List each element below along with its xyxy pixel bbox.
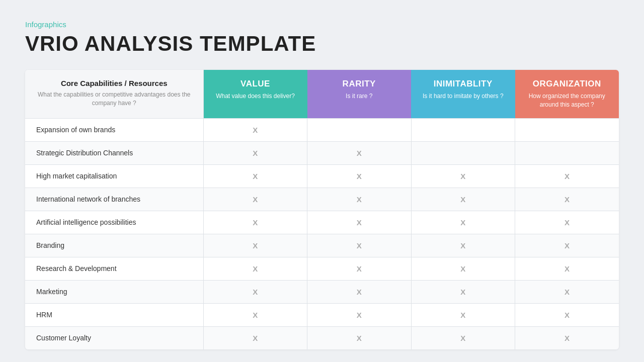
col-header-value: VALUE What value does this deliver? <box>203 70 307 118</box>
col-header-capabilities: Core Capabilities / Resources What the c… <box>25 70 203 118</box>
row-inimitability: X <box>411 326 515 349</box>
table-row: Research & DevelopmentXXXX <box>25 257 619 280</box>
inimitability-title: INIMITABLITY <box>417 79 509 89</box>
row-organization: X <box>515 326 619 349</box>
row-value: X <box>203 234 307 257</box>
col-header-rarity: RARITY Is it rare ? <box>307 70 412 118</box>
row-value: X <box>203 141 307 164</box>
row-organization: X <box>515 280 619 303</box>
row-organization <box>515 118 619 141</box>
row-rarity: X <box>307 234 412 257</box>
organization-subtitle: How organized the company around this as… <box>521 92 613 109</box>
row-label: HRM <box>25 303 203 326</box>
row-inimitability <box>411 141 515 164</box>
organization-title: ORGANIZATION <box>521 79 613 89</box>
row-value: X <box>203 164 307 188</box>
vrio-table: Core Capabilities / Resources What the c… <box>25 70 619 349</box>
table-row: Expansion of own brandsX <box>25 118 619 141</box>
row-label: Research & Development <box>25 257 203 280</box>
capabilities-title: Core Capabilities / Resources <box>35 79 193 87</box>
row-value: X <box>203 188 307 211</box>
table-row: Customer LoyaltyXXXX <box>25 326 619 349</box>
row-organization: X <box>515 211 619 234</box>
row-label: International network of branches <box>25 188 203 211</box>
row-rarity: X <box>307 326 412 349</box>
value-title: VALUE <box>210 79 301 89</box>
value-subtitle: What value does this deliver? <box>210 92 301 101</box>
table-row: HRMXXXX <box>25 303 619 326</box>
table-row: MarketingXXXX <box>25 280 619 303</box>
col-header-organization: ORGANIZATION How organized the company a… <box>515 70 619 118</box>
row-organization <box>515 141 619 164</box>
row-rarity: X <box>307 141 412 164</box>
row-label: Artificial intelligence possibilities <box>25 211 203 234</box>
row-value: X <box>203 326 307 349</box>
row-organization: X <box>515 257 619 280</box>
row-organization: X <box>515 303 619 326</box>
row-rarity: X <box>307 164 412 188</box>
row-organization: X <box>515 164 619 188</box>
row-inimitability: X <box>411 303 515 326</box>
row-value: X <box>203 303 307 326</box>
row-value: X <box>203 211 307 234</box>
row-inimitability: X <box>411 234 515 257</box>
rarity-subtitle: Is it rare ? <box>313 92 406 101</box>
row-label: High market capitalisation <box>25 164 203 188</box>
infographics-label: Infographics <box>25 20 619 29</box>
row-rarity: X <box>307 303 412 326</box>
row-label: Branding <box>25 234 203 257</box>
row-rarity: X <box>307 188 412 211</box>
row-value: X <box>203 280 307 303</box>
row-organization: X <box>515 234 619 257</box>
row-rarity <box>307 118 412 141</box>
table-row: BrandingXXXX <box>25 234 619 257</box>
row-rarity: X <box>307 280 412 303</box>
row-inimitability: X <box>411 164 515 188</box>
row-label: Expansion of own brands <box>25 118 203 141</box>
row-value: X <box>203 257 307 280</box>
table-row: High market capitalisationXXXX <box>25 164 619 188</box>
row-inimitability: X <box>411 280 515 303</box>
row-label: Customer Loyalty <box>25 326 203 349</box>
row-inimitability: X <box>411 257 515 280</box>
row-rarity: X <box>307 257 412 280</box>
row-inimitability <box>411 118 515 141</box>
table-row: Strategic Distribution ChannelsXX <box>25 141 619 164</box>
inimitability-subtitle: Is it hard to imitate by others ? <box>417 92 509 101</box>
row-label: Strategic Distribution Channels <box>25 141 203 164</box>
row-value: X <box>203 118 307 141</box>
table-row: International network of branchesXXXX <box>25 188 619 211</box>
row-rarity: X <box>307 211 412 234</box>
row-organization: X <box>515 188 619 211</box>
row-inimitability: X <box>411 211 515 234</box>
row-label: Marketing <box>25 280 203 303</box>
row-inimitability: X <box>411 188 515 211</box>
rarity-title: RARITY <box>313 79 406 89</box>
capabilities-subtitle: What the capabilities or competitive adv… <box>35 90 193 108</box>
main-title: VRIO ANALYSIS TEMPLATE <box>25 32 619 56</box>
table-row: Artificial intelligence possibilitiesXXX… <box>25 211 619 234</box>
col-header-inimitability: INIMITABLITY Is it hard to imitate by ot… <box>411 70 515 118</box>
